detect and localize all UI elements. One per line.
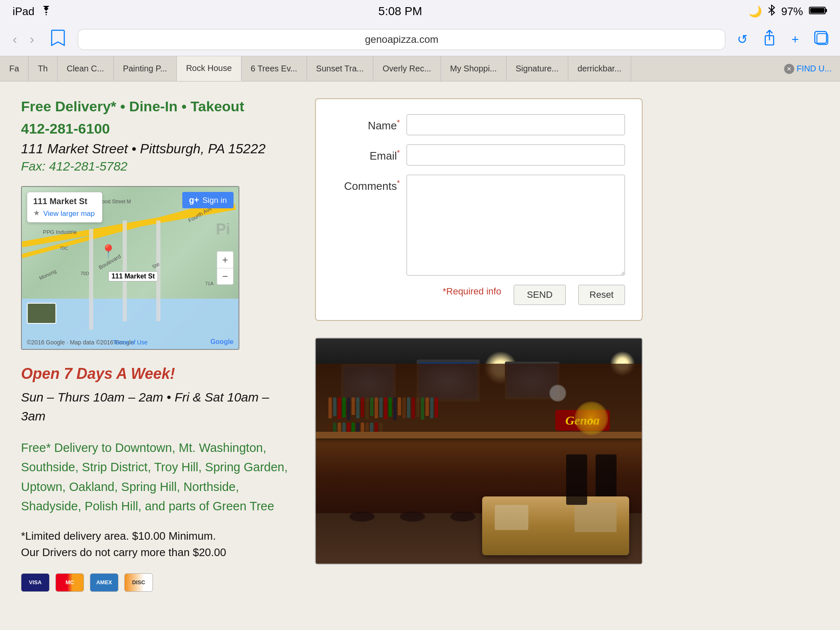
wall-decor: [575, 402, 608, 435]
amex-icon: AMEX: [90, 573, 118, 592]
tab-rock-house[interactable]: Rock House: [177, 56, 242, 81]
tab-sunset[interactable]: Sunset Tra...: [307, 56, 373, 81]
zoom-in-button[interactable]: +: [217, 251, 234, 268]
comments-textarea[interactable]: [407, 175, 625, 276]
tabs-button[interactable]: [811, 29, 832, 50]
tab-th[interactable]: Th: [29, 56, 57, 81]
bluetooth-icon: [768, 5, 775, 18]
battery-label: 97%: [781, 5, 803, 18]
bottle-shelf-1: [328, 397, 438, 420]
tab-6trees[interactable]: 6 Trees Ev...: [242, 56, 307, 81]
tab-bar: Fa Th Clean C... Painting P... Rock Hous…: [0, 56, 840, 81]
zoom-out-button[interactable]: −: [217, 268, 234, 285]
tab-fa[interactable]: Fa: [0, 56, 29, 81]
navigation-bar: ‹ › genoapizza.com ↺ +: [0, 23, 840, 56]
open-days-title: Open 7 Days A Week!: [21, 365, 290, 383]
visa-card-icon: VISA: [21, 573, 50, 592]
status-bar: iPad 5:08 PM 🌙 97%: [0, 0, 840, 23]
comments-label: Comments*: [333, 175, 400, 193]
tab-close-icon[interactable]: ✕: [784, 64, 794, 74]
delivery-note: *Limited delivery area. $10.00 Minimum. …: [21, 528, 290, 561]
stool-2: [400, 512, 425, 522]
fax-number: 412-281-5782: [49, 159, 128, 173]
bookmarks-button[interactable]: [47, 28, 69, 51]
map-terms-link[interactable]: Terms of Use: [113, 339, 147, 346]
email-input[interactable]: [407, 144, 625, 165]
url-bar[interactable]: genoapizza.com: [78, 29, 725, 50]
highway-70c: 70C: [60, 246, 68, 251]
tab-painting[interactable]: Painting P...: [114, 56, 177, 81]
back-button[interactable]: ‹: [8, 30, 21, 49]
svg-rect-4: [825, 9, 827, 12]
payment-cards: VISA MC AMEX DISC: [21, 573, 290, 592]
map-satellite-thumbnail[interactable]: [27, 303, 56, 324]
tab-clean[interactable]: Clean C...: [58, 56, 114, 81]
highway-71a: 71A: [205, 281, 213, 286]
highway-70d: 70D: [81, 271, 89, 276]
email-label: Email*: [333, 144, 400, 163]
contact-form: Name* Email* Comments* *Required info SE…: [315, 98, 643, 321]
map-pin: 📍: [100, 244, 117, 260]
delivery-area-text: Free* Delivery to Downtown, Mt. Washingt…: [21, 438, 290, 516]
form-row-comments: Comments*: [333, 175, 625, 276]
device-label: iPad: [13, 5, 34, 18]
tab-overly[interactable]: Overly Rec...: [373, 56, 441, 81]
map-ppg-label: PPG Industrie: [43, 229, 77, 235]
bar-photo: Genoa: [315, 338, 643, 564]
tab-signature[interactable]: Signature...: [507, 56, 568, 81]
new-tab-button[interactable]: +: [788, 31, 802, 48]
chair-1: [596, 454, 617, 496]
foreground-table: [482, 496, 629, 555]
map-image: Fourth Ave Wood Street M Ste Monong 376 …: [22, 187, 239, 349]
discover-icon: DISC: [124, 573, 153, 592]
tagline: Free Delivery* • Dine-In • Takeout: [21, 98, 290, 115]
map-callout-title: 111 Market St: [33, 197, 96, 206]
left-column: Free Delivery* • Dine-In • Takeout 412-2…: [21, 98, 290, 611]
share-button[interactable]: [759, 28, 780, 50]
mastercard-icon: MC: [55, 573, 84, 592]
right-column: Name* Email* Comments* *Required info SE…: [315, 98, 643, 611]
stool-3: [450, 512, 475, 522]
battery-icon: [809, 5, 827, 18]
tab-shopping[interactable]: My Shoppi...: [441, 56, 507, 81]
map-road-label-4: Monong: [38, 268, 57, 281]
time-display: 5:08 PM: [378, 5, 422, 18]
map-city-initial: Pi: [216, 220, 230, 238]
hours-text: Sun – Thurs 10am – 2am • Fri & Sat 10am …: [21, 388, 290, 425]
reload-button[interactable]: ↺: [734, 30, 751, 48]
address: 111 Market Street • Pittsburgh, PA 15222: [21, 141, 290, 157]
name-label: Name*: [333, 114, 400, 132]
fax-label: Fax:: [21, 159, 45, 173]
send-button[interactable]: SEND: [514, 285, 565, 305]
form-row-name: Name*: [333, 114, 625, 135]
view-larger-map-button[interactable]: VIEW LARGER MAP: [22, 349, 239, 350]
map-pin-label: 111 Market St: [108, 271, 158, 281]
wifi-icon: [40, 5, 52, 18]
google-g-icon: g+: [189, 195, 199, 205]
reset-button[interactable]: Reset: [578, 285, 625, 305]
map-view-larger-link[interactable]: View larger map: [43, 210, 95, 218]
bar-interior-image: Genoa: [316, 339, 642, 564]
svg-rect-5: [810, 8, 824, 13]
table-item-2: [575, 503, 617, 532]
form-row-email: Email*: [333, 144, 625, 165]
chair-2: [566, 454, 587, 505]
map-zoom-controls: + −: [217, 251, 234, 285]
fax: Fax: 412-281-5782: [21, 159, 290, 173]
map-sign-in-button[interactable]: g+ Sign in: [182, 192, 234, 208]
map-road-v3: [156, 220, 160, 321]
map-road-v1: [89, 229, 93, 330]
svg-point-0: [46, 14, 47, 15]
table-item-1: [495, 505, 528, 530]
phone-number[interactable]: 412-281-6100: [21, 121, 290, 137]
name-input[interactable]: [407, 114, 625, 135]
clock: [549, 385, 566, 402]
stool-1: [349, 512, 375, 522]
tab-find[interactable]: ✕ FIND U...: [776, 56, 840, 81]
map-container[interactable]: Fourth Ave Wood Street M Ste Monong 376 …: [21, 186, 239, 350]
forward-button[interactable]: ›: [26, 30, 39, 49]
map-callout: 111 Market St ★ View larger map: [27, 192, 102, 223]
google-logo: Google: [210, 338, 234, 346]
tab-derrickbar[interactable]: derrickbar...: [568, 56, 631, 81]
page-content: Free Delivery* • Dine-In • Takeout 412-2…: [0, 81, 840, 627]
